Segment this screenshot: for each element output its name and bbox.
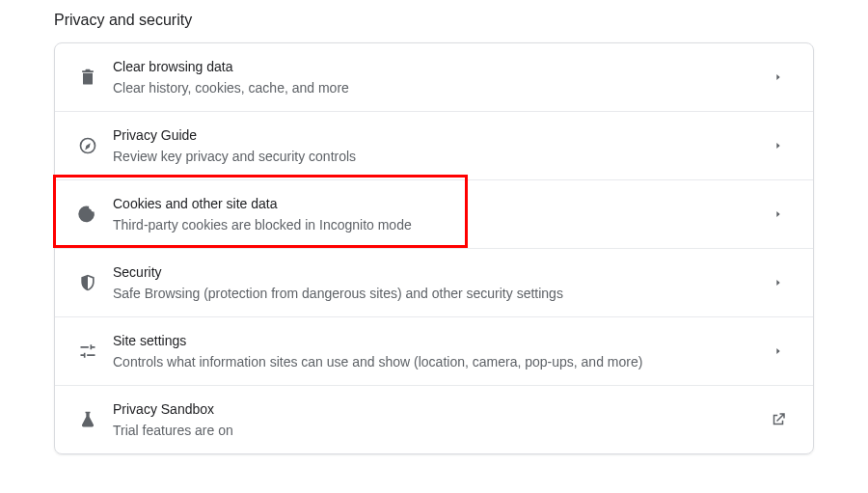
chevron-right-icon [767, 278, 790, 288]
row-text: Clear browsing data Clear history, cooki… [113, 57, 767, 97]
row-title: Cookies and other site data [113, 194, 751, 213]
external-link-icon [767, 411, 790, 428]
row-title: Privacy Sandbox [113, 399, 751, 419]
row-privacy-sandbox[interactable]: Privacy Sandbox Trial features are on [55, 385, 813, 453]
row-cookies[interactable]: Cookies and other site data Third-party … [55, 179, 813, 248]
sliders-icon [78, 342, 113, 361]
row-subtitle: Controls what information sites can use … [113, 352, 751, 371]
row-site-settings[interactable]: Site settings Controls what information … [55, 316, 813, 385]
row-text: Cookies and other site data Third-party … [113, 194, 767, 234]
shield-icon [78, 273, 113, 292]
row-security[interactable]: Security Safe Browsing (protection from … [55, 248, 813, 316]
row-subtitle: Review key privacy and security controls [113, 147, 751, 166]
settings-card: Clear browsing data Clear history, cooki… [54, 42, 814, 454]
chevron-right-icon [767, 141, 790, 151]
chevron-right-icon [767, 209, 790, 219]
flask-icon [78, 410, 113, 429]
section-title: Privacy and security [54, 12, 814, 29]
row-title: Clear browsing data [113, 57, 751, 76]
row-title: Site settings [113, 331, 751, 350]
row-subtitle: Third-party cookies are blocked in Incog… [113, 215, 751, 234]
row-subtitle: Safe Browsing (protection from dangerous… [113, 284, 751, 303]
chevron-right-icon [767, 72, 790, 82]
row-text: Security Safe Browsing (protection from … [113, 262, 767, 303]
chevron-right-icon [767, 346, 790, 356]
row-clear-browsing-data[interactable]: Clear browsing data Clear history, cooki… [55, 43, 813, 111]
row-title: Privacy Guide [113, 125, 751, 145]
row-text: Site settings Controls what information … [113, 331, 767, 371]
row-subtitle: Trial features are on [113, 421, 751, 440]
cookie-icon [78, 205, 113, 224]
row-text: Privacy Guide Review key privacy and sec… [113, 125, 767, 166]
row-title: Security [113, 262, 751, 282]
row-text: Privacy Sandbox Trial features are on [113, 399, 767, 440]
trash-icon [78, 68, 113, 87]
compass-icon [78, 136, 113, 155]
row-privacy-guide[interactable]: Privacy Guide Review key privacy and sec… [55, 111, 813, 179]
row-subtitle: Clear history, cookies, cache, and more [113, 78, 751, 97]
